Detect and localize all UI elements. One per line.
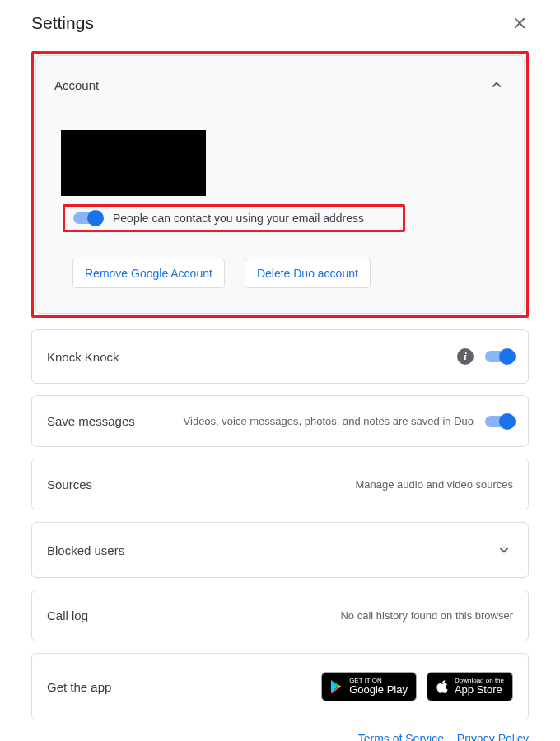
save-messages-toggle[interactable] — [485, 416, 513, 427]
sources-subtitle: Manage audio and video sources — [355, 478, 513, 491]
app-store-badge[interactable]: Download on the App Store — [427, 672, 513, 701]
account-title: Account — [54, 78, 99, 92]
highlight-contact-toggle: People can contact you using your email … — [63, 204, 405, 232]
terms-of-service-link[interactable]: Terms of Service — [358, 732, 444, 741]
google-play-icon — [330, 679, 343, 694]
sources-title: Sources — [47, 478, 92, 492]
app-store-large: App Store — [455, 684, 504, 696]
close-button[interactable] — [511, 14, 529, 32]
contact-via-email-toggle[interactable] — [73, 212, 101, 224]
chevron-up-icon — [488, 76, 506, 94]
google-play-badge[interactable]: GET IT ON Google Play — [321, 672, 417, 701]
highlight-account-section: Account People can contact you using you… — [31, 51, 529, 318]
google-play-large: Google Play — [349, 684, 408, 696]
account-collapse-button[interactable] — [488, 76, 506, 94]
knock-knock-title: Knock Knock — [47, 350, 119, 364]
close-icon — [511, 14, 529, 32]
blocked-users-title: Blocked users — [47, 543, 124, 557]
get-app-section: Get the app GET IT ON Google Play Downlo… — [31, 653, 529, 720]
knock-knock-toggle[interactable] — [485, 351, 513, 362]
knock-knock-section: Knock Knock i — [31, 329, 529, 384]
call-log-section: Call log No call history found on this b… — [31, 590, 529, 641]
get-app-title: Get the app — [47, 680, 111, 694]
privacy-policy-link[interactable]: Privacy Policy — [457, 732, 529, 741]
save-messages-title: Save messages — [47, 414, 135, 428]
save-messages-subtitle: Videos, voice messages, photos, and note… — [184, 415, 474, 427]
delete-duo-account-button[interactable]: Delete Duo account — [245, 259, 371, 288]
save-messages-section: Save messages Videos, voice messages, ph… — [31, 395, 529, 447]
blocked-users-expand[interactable] — [495, 541, 513, 559]
info-icon[interactable]: i — [457, 348, 474, 365]
remove-google-account-button[interactable]: Remove Google Account — [72, 259, 225, 288]
footer-links: Terms of Service Privacy Policy — [31, 732, 529, 741]
call-log-title: Call log — [47, 608, 88, 622]
apple-icon — [436, 679, 449, 694]
page-title: Settings — [31, 13, 94, 33]
blocked-users-section[interactable]: Blocked users — [31, 522, 529, 578]
sources-section[interactable]: Sources Manage audio and video sources — [31, 459, 529, 510]
chevron-down-icon — [495, 541, 513, 559]
contact-via-email-label: People can contact you using your email … — [113, 212, 364, 225]
call-log-subtitle: No call history found on this browser — [340, 609, 513, 622]
account-identity-redacted — [61, 130, 206, 196]
account-section: Account People can contact you using you… — [35, 55, 525, 314]
